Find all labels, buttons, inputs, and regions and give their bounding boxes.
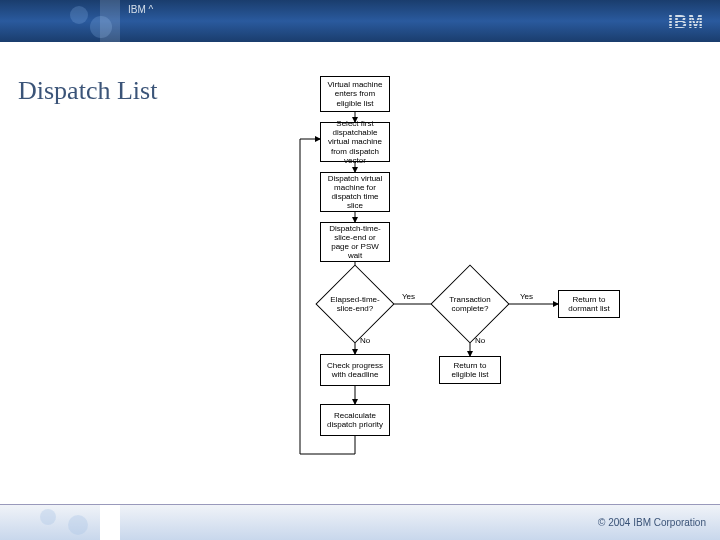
label-no-2: No bbox=[475, 336, 485, 345]
flowchart: Virtual machine enters from eligible lis… bbox=[280, 74, 680, 494]
footer-bar: © 2004 IBM Corporation bbox=[0, 504, 720, 540]
footer-accent bbox=[100, 505, 120, 541]
header-bar: IBM ^ IBM bbox=[0, 0, 720, 44]
page-title: Dispatch List bbox=[18, 76, 157, 106]
decision-transaction-label: Transaction complete? bbox=[442, 296, 498, 314]
header-accent bbox=[100, 0, 120, 44]
label-yes-2: Yes bbox=[520, 292, 533, 301]
ibm-logo: IBM bbox=[668, 12, 704, 33]
step-enter: Virtual machine enters from eligible lis… bbox=[320, 76, 390, 112]
step-check: Check progress with deadline bbox=[320, 354, 390, 386]
ibm-logo-text: IBM bbox=[668, 12, 704, 33]
copyright: © 2004 IBM Corporation bbox=[598, 517, 706, 528]
step-recalc: Recalculate dispatch priority bbox=[320, 404, 390, 436]
step-select: Select first dispatchable virtual machin… bbox=[320, 122, 390, 162]
brand-short: IBM ^ bbox=[128, 4, 153, 15]
footer-decoration bbox=[30, 505, 230, 541]
label-yes-1: Yes bbox=[402, 292, 415, 301]
step-wait: Dispatch-time-slice-end or page or PSW w… bbox=[320, 222, 390, 262]
decision-elapsed-label: Elapsed-time-slice-end? bbox=[327, 296, 383, 314]
label-no-1: No bbox=[360, 336, 370, 345]
result-eligible: Return to eligible list bbox=[439, 356, 501, 384]
result-dormant: Return to dormant list bbox=[558, 290, 620, 318]
step-dispatch: Dispatch virtual machine for dispatch ti… bbox=[320, 172, 390, 212]
